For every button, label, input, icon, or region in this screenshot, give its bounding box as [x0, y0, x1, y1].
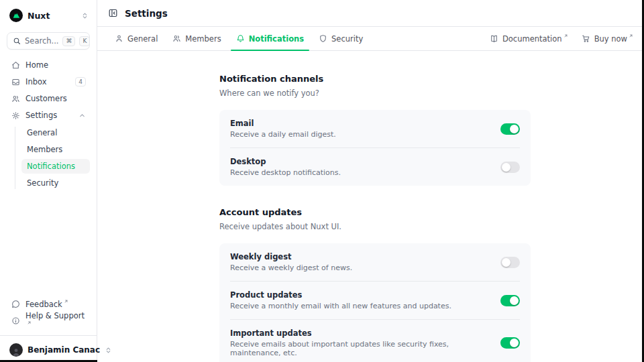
search-input[interactable]: Search... ⌘ K — [7, 32, 90, 50]
main-panel: Settings General Members — [97, 0, 644, 362]
toggle-knob — [510, 339, 519, 347]
setting-description: Receive a monthly email with all new fea… — [230, 302, 491, 310]
toggle-knob — [510, 296, 519, 305]
help-support-link[interactable]: Help & Support — [7, 313, 90, 328]
account-updates-card: Weekly digest Receive a weekly digest of… — [219, 243, 531, 362]
sidebar-item-settings[interactable]: Settings — [7, 108, 90, 123]
settings-tabs: General Members Notifications — [108, 27, 370, 50]
setting-description: Receive a weekly digest of news. — [230, 263, 491, 272]
section-title: Notification channels — [219, 74, 531, 84]
section-subtitle: Where can we notify you? — [219, 88, 531, 98]
setting-description: Receive emails about important updates l… — [230, 340, 491, 357]
settings-toolbar: General Members Notifications — [97, 27, 644, 51]
book-icon — [490, 34, 498, 43]
collapse-sidebar-button[interactable] — [108, 8, 118, 18]
setting-text: Product updates Receive a monthly email … — [230, 290, 491, 310]
setting-text: Important updates Receive emails about i… — [230, 328, 491, 357]
setting-row-product-updates: Product updates Receive a monthly email … — [219, 282, 531, 319]
search-placeholder: Search... — [25, 36, 58, 46]
buy-now-link[interactable]: Buy now — [582, 34, 633, 44]
setting-label: Important updates — [230, 328, 491, 338]
settings-subnav: General Members Notifications Security — [15, 125, 90, 190]
feedback-link[interactable]: Feedback — [7, 296, 90, 311]
tab-label: Security — [331, 34, 363, 44]
buy-now-label: Buy now — [594, 34, 633, 44]
person-icon — [115, 34, 123, 43]
setting-text: Weekly digest Receive a weekly digest of… — [230, 252, 491, 272]
shield-icon — [319, 34, 327, 43]
kbd-meta: ⌘ — [62, 36, 75, 46]
setting-label: Desktop — [230, 157, 491, 166]
tab-general[interactable]: General — [108, 27, 164, 50]
section-title: Account updates — [219, 207, 531, 217]
setting-label: Product updates — [230, 290, 491, 300]
product-updates-toggle[interactable] — [500, 295, 520, 306]
sidebar-item-customers[interactable]: Customers — [7, 91, 90, 106]
workspace-name: Nuxt — [28, 11, 76, 21]
chevron-up-icon — [78, 112, 86, 119]
sidebar-item-label: Inbox — [25, 77, 70, 86]
external-link-icon — [564, 34, 568, 38]
toggle-knob — [502, 258, 511, 267]
setting-label: Weekly digest — [230, 252, 491, 261]
settings-content: Notification channels Where can we notif… — [97, 51, 644, 362]
documentation-link[interactable]: Documentation — [490, 34, 568, 44]
tab-members[interactable]: Members — [166, 27, 227, 50]
tab-label: Notifications — [249, 34, 304, 44]
search-icon — [13, 37, 21, 45]
sidebar-item-general[interactable]: General — [21, 125, 90, 140]
people-icon — [172, 34, 181, 43]
sidebar-item-home[interactable]: Home — [7, 58, 90, 72]
toggle-knob — [502, 163, 511, 172]
bell-icon — [236, 34, 245, 43]
tab-label: Members — [185, 34, 221, 44]
sidebar-item-label: Settings — [25, 111, 73, 120]
page-header: Settings — [97, 0, 644, 27]
setting-row-email: Email Receive a daily email digest. — [219, 110, 531, 147]
sidebar-footer-divider — [0, 335, 97, 336]
sidebar-subitem-label: Security — [27, 178, 58, 188]
setting-description: Receive a daily email digest. — [230, 130, 491, 139]
setting-row-desktop: Desktop Receive desktop notifications. — [219, 148, 531, 186]
external-link-icon — [629, 34, 633, 38]
sidebar-item-notifications[interactable]: Notifications — [21, 159, 90, 174]
desktop-toggle[interactable] — [500, 162, 520, 173]
chevron-up-down-icon — [81, 12, 89, 19]
inbox-count-badge: 4 — [75, 77, 86, 86]
external-link-icon — [64, 299, 68, 304]
toggle-knob — [510, 125, 519, 133]
sidebar-subitem-label: General — [27, 128, 57, 137]
kbd-k: K — [79, 36, 90, 46]
important-updates-toggle[interactable] — [500, 337, 520, 349]
setting-label: Email — [230, 119, 491, 128]
setting-text: Desktop Receive desktop notifications. — [230, 157, 491, 177]
cart-icon — [582, 34, 590, 43]
tab-notifications[interactable]: Notifications — [229, 27, 311, 50]
gear-icon — [11, 111, 20, 120]
avatar — [9, 343, 23, 357]
sidebar-item-label: Home — [25, 60, 86, 70]
sidebar-item-members[interactable]: Members — [21, 142, 90, 157]
home-icon — [11, 61, 20, 70]
section-subtitle: Receive updates about Nuxt UI. — [219, 222, 531, 231]
sidebar-footer: Feedback Help & Support Benjamin Canac — [7, 296, 90, 362]
tab-security[interactable]: Security — [312, 27, 370, 50]
inbox-icon — [11, 78, 20, 86]
help-support-label: Help & Support — [25, 311, 86, 330]
weekly-digest-toggle[interactable] — [500, 257, 520, 268]
sidebar-item-inbox[interactable]: Inbox 4 — [7, 74, 90, 89]
setting-row-weekly-digest: Weekly digest Receive a weekly digest of… — [219, 243, 531, 281]
sidebar-item-security[interactable]: Security — [21, 176, 90, 190]
user-menu[interactable]: Benjamin Canac — [7, 338, 90, 362]
documentation-label: Documentation — [502, 34, 568, 44]
email-toggle[interactable] — [500, 123, 520, 135]
app-window: Nuxt Search... ⌘ K Home — [0, 0, 644, 362]
users-icon — [11, 95, 20, 103]
toolbar-actions: Documentation Buy now — [490, 27, 633, 50]
setting-description: Receive desktop notifications. — [230, 168, 491, 177]
workspace-switcher[interactable]: Nuxt — [7, 7, 90, 23]
setting-row-important-updates: Important updates Receive emails about i… — [219, 320, 531, 362]
info-circle-icon — [11, 316, 20, 325]
sidebar-item-label: Customers — [25, 94, 86, 103]
setting-text: Email Receive a daily email digest. — [230, 119, 491, 139]
